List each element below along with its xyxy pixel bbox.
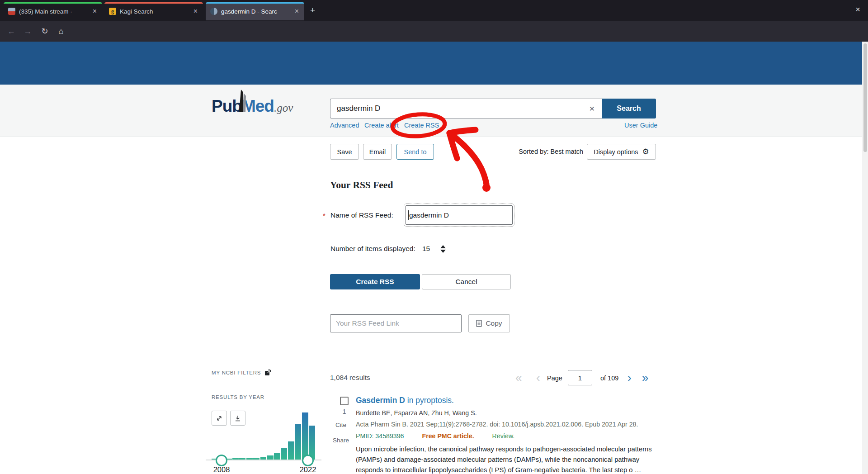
clipboard-icon [476,320,482,327]
display-options-button[interactable]: Display options ⚙ [587,144,656,160]
copy-button[interactable]: Copy [468,314,510,332]
page-of-label: of 109 [600,374,618,382]
red-arrow-annotation [449,130,486,187]
cancel-button[interactable]: Cancel [422,274,511,289]
share-button[interactable]: Share [333,437,349,444]
rss-feed-heading: Your RSS Feed [330,180,393,191]
first-page-icon: « [515,370,522,385]
result-citation: Acta Pharm Sin B. 2021 Sep;11(9):2768-27… [356,420,658,429]
cite-button[interactable]: Cite [335,422,346,428]
tab-close-icon[interactable]: × [91,7,99,15]
clear-search-icon[interactable]: × [582,99,602,118]
email-button[interactable]: Email [363,144,392,160]
previous-page-icon: ‹ [536,370,540,385]
year-start-label: 2008 [211,465,232,474]
result-meta-row: PMID: 34589396 Free PMC article. Review. [356,431,658,441]
browser-tab-1[interactable]: (335) Main stream ·× [4,2,102,20]
rss-name-label: Name of RSS Feed: [330,211,393,219]
window-close-icon[interactable]: × [855,5,860,14]
sorted-by-label: Sorted by: Best match [519,148,583,155]
text-caret [408,210,409,220]
result-authors: Burdette BE, Esparza AN, Zhu H, Wang S. [356,408,658,417]
items-stepper[interactable] [440,245,446,253]
year-slider-handle-start[interactable] [216,455,227,466]
send-to-button[interactable]: Send to [396,144,434,160]
pubmed-favicon-icon [210,8,217,15]
reload-icon[interactable]: ↻ [38,21,52,42]
nlm-header: NIH National Library of Medicine Nationa… [0,42,868,85]
advanced-link[interactable]: Advanced [330,122,359,129]
gear-icon: ⚙ [642,147,649,156]
browser-tab-3[interactable]: gasdermin D - Searc× [206,2,304,20]
create-rss-link[interactable]: Create RSS [404,122,439,129]
pubmed-book-icon [236,89,249,112]
browser-tab-2[interactable]: gKagi Search× [104,2,203,20]
page-label: Page [547,374,562,382]
navigation-bar: ← → ↻ ⌂ https://pubmed.ncbi.nlm.nih.gov/… [0,21,868,42]
my-ncbi-filters-link[interactable]: MY NCBI FILTERS [212,370,271,376]
year-bar-2021[interactable] [302,412,308,460]
last-page-icon[interactable]: » [642,370,648,385]
new-tab-button[interactable]: + [310,5,315,15]
rss-feed-link-input[interactable]: Your RSS Feed Link [330,314,462,332]
required-asterisk: * [323,212,326,219]
results-by-year-chart [212,412,315,460]
result-checkbox[interactable] [340,397,349,405]
rss-name-input[interactable]: gasdermin D [406,205,513,225]
results-by-year-label: RESULTS BY YEAR [212,394,264,400]
tab-title: gasdermin D - Searc [221,8,293,15]
tab-bar: (335) Main stream ·×gKagi Search×gasderm… [0,0,868,21]
tab-close-icon[interactable]: × [192,7,199,15]
home-icon[interactable]: ⌂ [54,21,68,42]
tab-title: Kagi Search [120,8,192,15]
year-bar-2020[interactable] [295,424,301,460]
create-alert-link[interactable]: Create alert [364,122,399,129]
result-snippet: Upon microbe infection, the canonical pa… [356,444,658,474]
year-bar-2018[interactable] [281,448,288,460]
external-link-icon [264,370,271,376]
page-scrollbar-thumb[interactable] [863,43,867,152]
result-item: Gasdermin D in pyroptosis. Burdette BE, … [356,395,658,474]
stepper-down-icon[interactable] [440,250,446,253]
page-number-input[interactable]: 1 [568,370,592,385]
kagi-favicon-icon: g [109,8,116,15]
year-bar-2019[interactable] [288,441,294,460]
user-guide-link[interactable]: User Guide [624,122,657,129]
stream-favicon-icon [8,8,15,15]
result-title-link[interactable]: Gasdermin D in pyroptosis. [356,395,658,406]
create-rss-button[interactable]: Create RSS [330,274,420,289]
year-end-label: 2022 [297,465,318,474]
tab-close-icon[interactable]: × [293,7,301,15]
results-count: 1,084 results [330,374,370,382]
free-pmc-badge[interactable]: Free PMC article. [422,431,474,441]
back-icon[interactable]: ← [5,21,18,42]
save-button[interactable]: Save [330,144,359,160]
search-input[interactable]: gasdermin D [330,99,585,118]
search-button[interactable]: Search [602,99,656,118]
tab-title: (335) Main stream · [19,8,91,15]
review-badge: Review. [492,431,515,441]
browser-window: (335) Main stream ·×gKagi Search×gasderm… [0,0,868,474]
items-displayed-label: Number of items displayed: [330,245,415,253]
next-page-icon[interactable]: › [627,370,632,385]
result-pmid: PMID: 34589396 [356,431,404,441]
year-slider-handle-end[interactable] [302,455,314,466]
pubmed-logo[interactable]: PubMed.gov [212,97,293,116]
forward-icon[interactable]: → [21,21,34,42]
stepper-up-icon[interactable] [440,245,446,248]
result-index: 1 [340,408,349,415]
items-displayed-value[interactable]: 15 [422,245,430,253]
